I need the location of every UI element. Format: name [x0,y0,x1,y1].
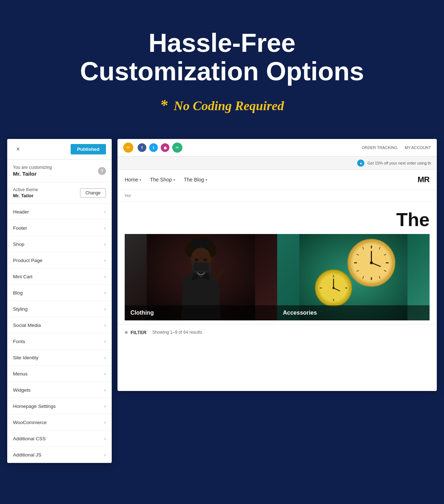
results-count: Showing 1–9 of 64 results [152,330,202,335]
active-theme-name: Mr. Tailor [13,193,38,198]
chevron-right-icon: › [104,452,106,458]
menu-item-additional-css[interactable]: Additional CSS › [7,431,112,447]
menu-item-styling[interactable]: Styling › [7,301,112,317]
menu-item-mini-cart[interactable]: Mini Cart › [7,269,112,285]
announce-text: Get 15% off your next order using th [367,161,431,165]
nav-home[interactable]: Home ▾ [125,177,141,183]
active-theme-label: Active theme [13,187,38,192]
chevron-right-icon: › [104,387,106,393]
svg-point-12 [195,258,199,261]
page-title: The [117,202,437,234]
hero-subtitle: * No Coding Required [14,96,430,114]
chevron-right-icon: › [104,306,106,312]
svg-point-32 [370,261,373,264]
close-button[interactable]: × [13,144,23,154]
chevron-right-icon: › [104,225,106,231]
preview-panel: ✏ f t ◉ ✏ ORDER TRACKING MY ACCOUNT ● Ge… [117,139,437,391]
chevron-right-icon: › [104,436,106,441]
customizer-info: You are customizing Mr. Tailor ? [7,160,112,182]
hero-section: Hassle-FreeCustomization Options * No Co… [0,0,444,135]
announce-icon: ● [357,159,364,167]
nav-links: Home ▾ The Shop ▾ The Blog ▾ [125,177,207,183]
chevron-right-icon: › [104,274,106,279]
theme-section: Active theme Mr. Tailor Change [7,182,112,204]
menu-item-woocommerce[interactable]: WooCommerce › [7,414,112,431]
menu-item-site-identity[interactable]: Site Identity › [7,350,112,366]
published-button[interactable]: Published [71,144,106,154]
svg-point-42 [333,287,335,289]
preview-toolbar: ✏ f t ◉ ✏ ORDER TRACKING MY ACCOUNT [117,139,437,157]
customizer-menu-list: Header › Footer › Shop › Product Page › … [7,204,112,463]
social-icons-group: f t ◉ ✏ [138,143,182,153]
svg-point-8 [196,239,207,247]
clothing-label: Clothing [125,305,277,320]
menu-item-widgets[interactable]: Widgets › [7,382,112,398]
svg-rect-11 [194,263,209,271]
customizer-panel: × Published You are customizing Mr. Tail… [7,139,112,463]
customizing-label: You are customizing [13,165,52,170]
menu-item-additional-js[interactable]: Additional JS › [7,447,112,463]
customizing-theme-name: Mr. Tailor [13,171,52,177]
svg-point-13 [204,258,207,261]
filter-icon: ≡ [125,329,128,335]
breadcrumb: Hor [117,190,437,202]
preview-nav: Home ▾ The Shop ▾ The Blog ▾ MR [117,170,437,190]
menu-item-blog[interactable]: Blog › [7,285,112,301]
customizer-header: × Published [7,139,112,160]
product-grid: Clothing [125,234,430,320]
chevron-right-icon: › [104,241,106,247]
my-account-link[interactable]: MY ACCOUNT [405,145,431,150]
announce-bar: ● Get 15% off your next order using th [117,157,437,170]
chevron-right-icon: › [104,322,106,328]
chevron-right-icon: › [104,338,106,344]
change-theme-button[interactable]: Change [80,188,106,198]
product-card-accessories[interactable]: Accessories [277,234,430,320]
nav-blog[interactable]: The Blog ▾ [184,177,207,183]
chevron-right-icon: › [104,371,106,377]
menu-item-menus[interactable]: Menus › [7,366,112,382]
instagram-icon[interactable]: ◉ [161,143,169,152]
facebook-icon[interactable]: f [138,143,146,152]
product-card-clothing[interactable]: Clothing [125,234,277,320]
chevron-right-icon: › [104,419,106,425]
chevron-right-icon: › [104,355,106,360]
chevron-right-icon: › [104,403,106,409]
filter-label: FILTER [130,330,147,335]
menu-item-shop[interactable]: Shop › [7,236,112,252]
help-icon[interactable]: ? [98,167,106,175]
edit-icon[interactable]: ✏ [123,143,133,153]
main-content: × Published You are customizing Mr. Tail… [0,135,444,477]
chevron-right-icon: › [104,209,106,215]
filter-bar: ≡ FILTER Showing 1–9 of 64 results [117,324,437,340]
top-links: ORDER TRACKING MY ACCOUNT [361,145,431,150]
filter-button[interactable]: ≡ FILTER [125,329,147,335]
accessories-label: Accessories [277,305,430,320]
menu-item-homepage-settings[interactable]: Homepage Settings › [7,398,112,414]
menu-item-header[interactable]: Header › [7,204,112,220]
menu-item-fonts[interactable]: Fonts › [7,333,112,350]
edit-green-icon[interactable]: ✏ [172,143,182,153]
order-tracking-link[interactable]: ORDER TRACKING [361,145,397,150]
chevron-right-icon: › [104,290,106,296]
menu-item-product-page[interactable]: Product Page › [7,252,112,269]
hero-title: Hassle-FreeCustomization Options [14,29,430,86]
twitter-icon[interactable]: t [149,143,158,152]
menu-item-social-media[interactable]: Social Media › [7,317,112,333]
chevron-right-icon: › [104,257,106,263]
menu-item-footer[interactable]: Footer › [7,220,112,236]
nav-shop[interactable]: The Shop ▾ [150,177,175,183]
site-logo: MR [418,175,430,184]
